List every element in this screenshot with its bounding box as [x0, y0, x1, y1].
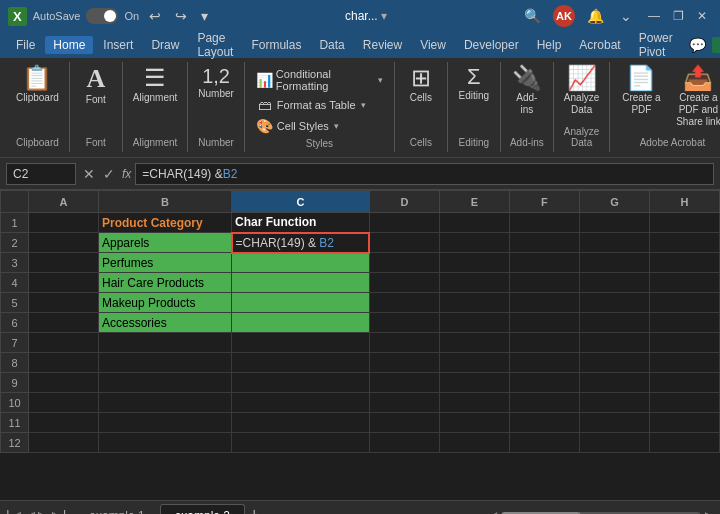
cell-f4[interactable]	[509, 273, 579, 293]
cell-b3[interactable]: Perfumes	[99, 253, 232, 273]
menu-draw[interactable]: Draw	[143, 36, 187, 54]
cell-e3[interactable]	[439, 253, 509, 273]
sheet-tab-example2[interactable]: example 2	[160, 504, 245, 515]
analyze-data-button[interactable]: 📈 Analyze Data	[560, 62, 604, 120]
nav-next-tab-icon[interactable]: ▷	[38, 508, 49, 515]
cell-d6[interactable]	[369, 313, 439, 333]
confirm-formula-button[interactable]: ✓	[100, 165, 118, 183]
cell-g2[interactable]	[579, 233, 649, 253]
alignment-button[interactable]: ☰ Alignment	[129, 62, 181, 120]
menu-developer[interactable]: Developer	[456, 36, 527, 54]
col-header-b[interactable]: B	[99, 191, 232, 213]
cell-a6[interactable]	[29, 313, 99, 333]
menu-home[interactable]: Home	[45, 36, 93, 54]
cell-h2[interactable]	[649, 233, 719, 253]
cell-b6[interactable]: Accessories	[99, 313, 232, 333]
cell-f5[interactable]	[509, 293, 579, 313]
undo-icon[interactable]: ↩	[145, 6, 165, 26]
cell-d1[interactable]	[369, 213, 439, 233]
cell-e5[interactable]	[439, 293, 509, 313]
cell-h5[interactable]	[649, 293, 719, 313]
undo-arrow-icon[interactable]: ↪	[171, 6, 191, 26]
cell-e2[interactable]	[439, 233, 509, 253]
add-sheet-button[interactable]: +	[249, 505, 260, 514]
cell-h1[interactable]	[649, 213, 719, 233]
cell-c5[interactable]	[232, 293, 370, 313]
formula-input[interactable]: =CHAR(149) & B2	[135, 163, 714, 185]
cell-c2[interactable]: =CHAR(149) & B2	[232, 233, 370, 253]
cell-g1[interactable]	[579, 213, 649, 233]
cell-a5[interactable]	[29, 293, 99, 313]
cell-b4[interactable]: Hair Care Products	[99, 273, 232, 293]
addins-button[interactable]: 🔌 Add-ins	[507, 62, 547, 120]
menu-formulas[interactable]: Formulas	[243, 36, 309, 54]
cell-a1[interactable]	[29, 213, 99, 233]
maximize-button[interactable]: ❐	[668, 6, 688, 26]
cell-c1[interactable]: Char Function	[232, 213, 370, 233]
cell-reference-box[interactable]	[6, 163, 76, 185]
col-header-d[interactable]: D	[369, 191, 439, 213]
share-pdf-button[interactable]: 📤 Create a PDF and Share link	[668, 62, 720, 130]
menu-acrobat[interactable]: Acrobat	[571, 36, 628, 54]
editing-button[interactable]: Σ Editing	[454, 62, 494, 120]
col-header-g[interactable]: G	[579, 191, 649, 213]
cell-h3[interactable]	[649, 253, 719, 273]
sheet-navigation[interactable]: |◁ ◁ ▷ ▷|	[6, 508, 66, 515]
share-button[interactable]: Share	[712, 37, 720, 53]
cell-g5[interactable]	[579, 293, 649, 313]
cell-styles-button[interactable]: 🎨 Cell Styles ▾	[251, 116, 388, 136]
col-header-h[interactable]: H	[649, 191, 719, 213]
cell-e4[interactable]	[439, 273, 509, 293]
menu-power-pivot[interactable]: Power Pivot	[631, 29, 681, 61]
clipboard-button[interactable]: 📋 Clipboard	[12, 62, 63, 120]
more-commands-icon[interactable]: ▾	[197, 6, 212, 26]
menu-view[interactable]: View	[412, 36, 454, 54]
cell-c3[interactable]	[232, 253, 370, 273]
window-controls[interactable]: — ❐ ✕	[644, 6, 712, 26]
cell-d4[interactable]	[369, 273, 439, 293]
cells-button[interactable]: ⊞ Cells	[401, 62, 441, 120]
cell-f2[interactable]	[509, 233, 579, 253]
cell-a2[interactable]	[29, 233, 99, 253]
menu-data[interactable]: Data	[311, 36, 352, 54]
cell-f1[interactable]	[509, 213, 579, 233]
font-button[interactable]: A Font	[76, 62, 116, 120]
cell-h6[interactable]	[649, 313, 719, 333]
cell-g6[interactable]	[579, 313, 649, 333]
cell-e1[interactable]	[439, 213, 509, 233]
minimize-button[interactable]: —	[644, 6, 664, 26]
col-header-e[interactable]: E	[439, 191, 509, 213]
menu-help[interactable]: Help	[529, 36, 570, 54]
sheet-tab-example1[interactable]: example 1	[74, 504, 159, 515]
conditional-formatting-button[interactable]: 📊 Conditional Formatting ▾	[251, 66, 388, 94]
search-icon[interactable]: 🔍	[520, 6, 545, 26]
cell-d2[interactable]	[369, 233, 439, 253]
cell-b5[interactable]: Makeup Products	[99, 293, 232, 313]
bell-icon[interactable]: 🔔	[583, 6, 608, 26]
create-pdf-button[interactable]: 📄 Create a PDF	[616, 62, 666, 120]
col-header-f[interactable]: F	[509, 191, 579, 213]
cell-f3[interactable]	[509, 253, 579, 273]
cell-g3[interactable]	[579, 253, 649, 273]
cell-a3[interactable]	[29, 253, 99, 273]
format-as-table-button[interactable]: 🗃 Format as Table ▾	[251, 95, 388, 115]
cell-b2[interactable]: Apparels	[99, 233, 232, 253]
cell-e6[interactable]	[439, 313, 509, 333]
nav-first-tab-icon[interactable]: |◁	[6, 508, 21, 515]
menu-insert[interactable]: Insert	[95, 36, 141, 54]
ribbon-collapse-icon[interactable]: ⌄	[616, 6, 636, 26]
cancel-formula-button[interactable]: ✕	[80, 165, 98, 183]
cell-h4[interactable]	[649, 273, 719, 293]
cell-f6[interactable]	[509, 313, 579, 333]
cell-c4[interactable]	[232, 273, 370, 293]
nav-prev-tab-icon[interactable]: ◁	[24, 508, 35, 515]
close-button[interactable]: ✕	[692, 6, 712, 26]
comment-icon[interactable]: 💬	[685, 35, 710, 55]
menu-review[interactable]: Review	[355, 36, 410, 54]
autosave-toggle[interactable]	[86, 8, 118, 24]
col-header-a[interactable]: A	[29, 191, 99, 213]
nav-last-tab-icon[interactable]: ▷|	[52, 508, 67, 515]
user-avatar[interactable]: AK	[553, 5, 575, 27]
cell-c6[interactable]	[232, 313, 370, 333]
col-header-c[interactable]: C	[232, 191, 370, 213]
